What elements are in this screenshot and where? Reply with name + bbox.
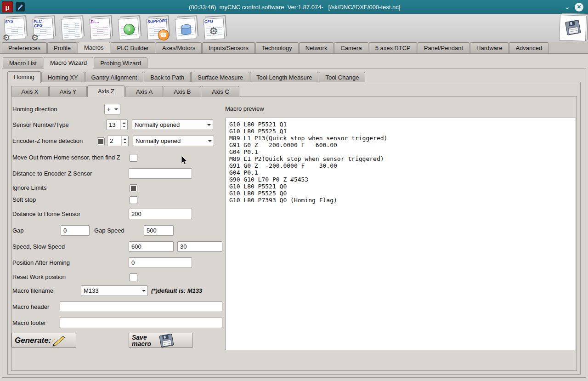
tab-macro-list[interactable]: Macro List — [3, 57, 43, 68]
reset-work-label: Reset Work position — [12, 273, 66, 280]
axis-z-pane: Homing direction + Sensor Number/Type 13… — [11, 96, 577, 371]
save-settings-button[interactable] — [559, 15, 587, 41]
encoder-z-checkbox[interactable] — [97, 137, 105, 145]
distance-encoder-label: Distance to Encoder Z Sensor — [12, 170, 92, 177]
sensor-number-spinner[interactable]: 13 — [106, 119, 128, 130]
tab-profile[interactable]: Profile — [47, 42, 77, 53]
sensor-number-type-label: Sensor Number/Type — [12, 121, 69, 128]
tab-panel-pendant[interactable]: Panel/Pendant — [418, 42, 469, 53]
move-out-checkbox[interactable] — [130, 154, 137, 162]
gear-icon: ⚙ — [2, 32, 11, 43]
generate-button[interactable]: Generate: — [11, 333, 76, 348]
reset-work-checkbox[interactable] — [130, 273, 137, 281]
encoder-type-select[interactable]: Normally opened — [133, 136, 214, 146]
homing-direction-select[interactable]: + — [104, 104, 120, 114]
document-stack-icon: i — [118, 18, 139, 40]
soft-stop-checkbox[interactable] — [130, 196, 137, 204]
axis-tab-bar: Axis X Axis Y Axis Z Axis A Axis B Axis … — [11, 85, 240, 97]
toolbar-button-info[interactable]: i — [117, 15, 142, 41]
toolbar-button-config[interactable]: CFG ⚙ — [202, 15, 228, 41]
wizard-tab-bar: Homing Homing XY Gantry Alignment Back t… — [7, 71, 366, 83]
tab-back-to-path[interactable]: Back to Path — [144, 72, 191, 83]
tab-axis-x[interactable]: Axis X — [11, 86, 49, 97]
app-logo-icon[interactable]: μ — [2, 1, 13, 12]
pencil-icon — [17, 4, 23, 10]
distance-home-input[interactable] — [129, 209, 192, 219]
tab-surface-measure[interactable]: Surface Measure — [191, 72, 249, 83]
move-out-label: Move Out from Home sensor, then find Z — [12, 154, 120, 161]
macro-footer-label: Macro footer — [12, 319, 46, 326]
tab-hardware[interactable]: Hardware — [470, 42, 509, 53]
macro-filename-select[interactable]: M133 — [81, 285, 148, 296]
spinner-arrows-icon[interactable] — [121, 136, 128, 146]
tab-probing-wizard[interactable]: Probing Wizard — [94, 57, 147, 68]
toolbar-button-macro-list[interactable]: Σ=… — [88, 15, 114, 41]
slow-speed-input[interactable] — [177, 241, 222, 252]
position-after-label: Position After Homing — [12, 259, 70, 266]
document-stack-icon: SUPPORT ☎ — [146, 18, 168, 40]
document-stack-icon: SYS ⚙ — [4, 18, 25, 40]
soft-stop-label: Soft stop — [12, 196, 36, 203]
sensor-type-select[interactable]: Normally opened — [132, 119, 213, 130]
macro-header-input[interactable] — [60, 301, 222, 312]
gap-input[interactable] — [61, 225, 90, 236]
chevron-down-icon[interactable]: ⌄ — [564, 5, 570, 9]
macro-header-label: Macro header — [12, 303, 49, 310]
gap-speed-input[interactable] — [144, 225, 174, 236]
tab-axis-b[interactable]: Axis B — [164, 86, 201, 97]
distance-encoder-input[interactable] — [129, 168, 192, 179]
tab-tool-change[interactable]: Tool Change — [319, 72, 365, 83]
document-stack-icon — [175, 18, 196, 40]
ignore-limits-checkbox[interactable] — [130, 184, 137, 192]
tab-homing[interactable]: Homing — [7, 71, 41, 83]
macro-footer-input[interactable] — [60, 318, 222, 328]
gap-label: Gap — [12, 227, 24, 234]
encoder-z-label: Encoder-Z home detection — [12, 137, 83, 144]
save-macro-button[interactable]: Savemacro — [129, 333, 193, 348]
tab-preferences[interactable]: Preferences — [2, 42, 47, 53]
tab-axes-motors[interactable]: Axes/Motors — [156, 42, 202, 53]
macro-preview-label: Macro preview — [225, 105, 264, 112]
tab-plc-builder[interactable]: PLC Builder — [111, 42, 155, 53]
macros-sub-tab-bar: Macro List Macro Wizard Probing Wizard — [3, 57, 148, 68]
toolbar-button-database[interactable] — [174, 15, 199, 41]
tab-network[interactable]: Network — [299, 42, 334, 53]
tab-axis-z[interactable]: Axis Z — [87, 85, 125, 97]
titlebar: μ (00:33:46) myCNC control software. Ver… — [0, 0, 588, 14]
macro-preview-text[interactable]: G10 L80 P5521 Q1 G10 L80 P5525 Q1 M89 L1… — [225, 118, 576, 350]
tab-axis-y[interactable]: Axis Y — [49, 86, 87, 97]
document-stack-icon: CFG ⚙ — [203, 18, 225, 40]
homing-pane: Axis X Axis Y Axis Z Axis A Axis B Axis … — [7, 82, 581, 375]
toolbar: SYS ⚙ PLC CFG ⚙ Σ=… — [0, 14, 588, 42]
distance-home-label: Distance to Home Sensor — [12, 210, 80, 217]
spinner-arrows-icon[interactable] — [120, 120, 127, 130]
tab-macros[interactable]: Macros — [78, 42, 110, 53]
database-icon — [181, 24, 191, 35]
tab-axis-c[interactable]: Axis C — [202, 86, 239, 97]
tab-inputs-sensors[interactable]: Inputs/Sensors — [202, 42, 255, 53]
tab-homing-xy[interactable]: Homing XY — [41, 72, 85, 83]
speed-label: Speed, Slow Speed — [12, 243, 65, 250]
gap-speed-label: Gap Speed — [94, 227, 124, 234]
toolbar-button-support[interactable]: SUPPORT ☎ — [145, 15, 171, 41]
tab-technology[interactable]: Technology — [255, 42, 299, 53]
speed-input[interactable] — [129, 241, 174, 252]
edit-tool-icon[interactable] — [16, 2, 25, 11]
tab-gantry-alignment[interactable]: Gantry Alignment — [85, 72, 144, 83]
macro-filename-label: Macro filename — [12, 287, 53, 294]
tab-5-axes-rtcp[interactable]: 5 axes RTCP — [369, 42, 417, 53]
close-icon[interactable]: ✕ — [575, 3, 583, 11]
toolbar-button-system[interactable]: SYS ⚙ — [3, 15, 28, 41]
toolbar-button-plc-config[interactable]: PLC CFG ⚙ — [31, 15, 57, 41]
chevron-down-icon — [113, 107, 120, 112]
position-after-homing-input[interactable] — [129, 257, 192, 268]
support-phone-icon: ☎ — [158, 29, 170, 41]
tab-macro-wizard[interactable]: Macro Wizard — [44, 57, 93, 68]
tab-advanced[interactable]: Advanced — [509, 42, 548, 53]
tab-tool-length-measure[interactable]: Tool Length Measure — [250, 72, 318, 83]
tab-camera[interactable]: Camera — [334, 42, 368, 53]
document-stack-icon — [61, 18, 82, 40]
tab-axis-a[interactable]: Axis A — [125, 86, 163, 97]
encoder-number-spinner[interactable]: 2 — [107, 136, 129, 146]
toolbar-button-log[interactable] — [60, 15, 85, 41]
